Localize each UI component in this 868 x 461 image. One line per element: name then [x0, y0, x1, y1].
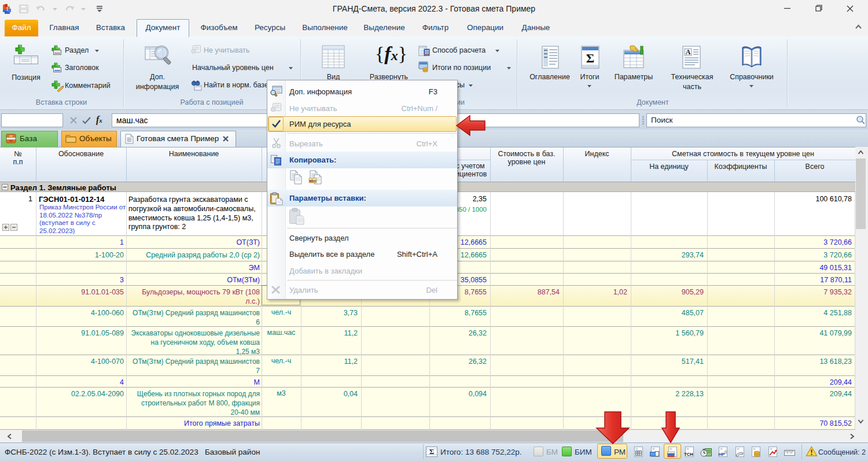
svg-text:НР: НР: [718, 452, 725, 457]
svg-text:ТСН: ТСН: [684, 452, 693, 457]
svg-text:Σ: Σ: [586, 51, 594, 65]
svg-text:abc: abc: [309, 179, 316, 183]
svg-text:Σ: Σ: [429, 447, 435, 456]
svg-text:A: A: [686, 48, 691, 56]
